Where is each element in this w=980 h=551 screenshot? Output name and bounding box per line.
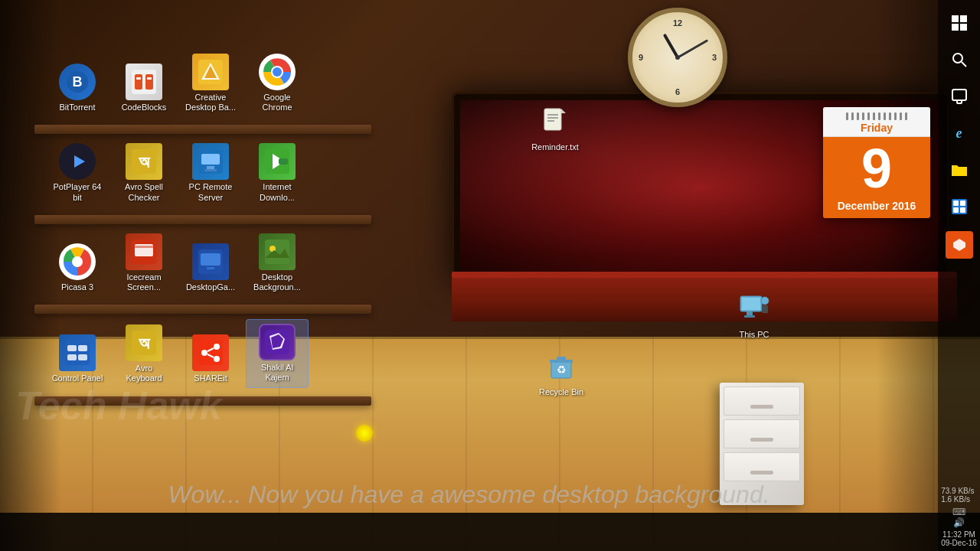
svg-rect-23 <box>279 158 288 165</box>
svg-rect-59 <box>744 315 755 318</box>
svg-rect-66 <box>952 15 959 22</box>
pcremote-label: PC Remote Server <box>183 182 238 202</box>
drawer-3 <box>724 452 800 481</box>
right-sidebar: e 73.9 KB/s 1.6 KB/s ⌨ 🔊 11:32 PM 09-Dec… <box>938 0 980 551</box>
drawer-handle-2 <box>750 438 773 442</box>
ie-button[interactable]: e <box>944 118 975 148</box>
calendar-day-number: 9 <box>823 137 930 200</box>
icon-avrokbd[interactable]: অ Avro Keyboard <box>113 321 175 387</box>
icon-picasa[interactable]: Picasa 3 <box>46 240 109 296</box>
svg-rect-78 <box>960 207 965 213</box>
cal-line <box>867 112 870 120</box>
shelf-row-0: B BitTorrent CodeBlocks Creative Desktop… <box>42 46 364 128</box>
potplayer-icon-img <box>59 143 96 180</box>
download-label: 73.9 KB/s <box>941 487 974 495</box>
upload-label: 1.6 KB/s <box>941 495 970 504</box>
avrokbd-label: Avro Keyboard <box>116 364 172 383</box>
drawer-handle-1 <box>750 405 773 409</box>
icon-bittorrent[interactable]: B BitTorrent <box>46 60 109 116</box>
icon-icecream[interactable]: Icecream Screen... <box>113 230 175 296</box>
calendar-top-lines <box>827 109 926 120</box>
svg-line-71 <box>962 62 966 67</box>
cal-line <box>862 112 864 120</box>
icon-internet[interactable]: Internet Downlo... <box>246 139 309 206</box>
icon-codeblocks[interactable]: CodeBlocks <box>113 60 175 116</box>
internet-icon-img <box>259 143 296 180</box>
svg-rect-4 <box>145 74 153 90</box>
taskbar <box>0 513 980 551</box>
icon-creative[interactable]: Creative Desktop Ba... <box>179 50 242 116</box>
icon-avrospell[interactable]: অ Avro Spell Checker <box>113 139 175 206</box>
recycle-desktop-icon[interactable]: ♻ Recycle Bin <box>531 348 592 397</box>
shelf-board-1 <box>34 215 371 224</box>
download-speed: 73.9 KB/s <box>941 487 977 495</box>
cal-line <box>873 112 875 120</box>
creative-icon-img <box>192 54 229 90</box>
keyboard-icon: ⌨ <box>941 507 977 517</box>
avrospell-icon-img: অ <box>126 143 162 180</box>
cal-line <box>884 112 886 120</box>
clock-6: 6 <box>675 87 680 96</box>
shakil-icon-img <box>259 324 296 360</box>
desktopga-icon-img <box>192 243 229 280</box>
cal-line <box>878 112 880 120</box>
store-button[interactable] <box>944 191 975 222</box>
svg-rect-63 <box>550 360 573 363</box>
desk <box>452 276 957 321</box>
icon-shakil[interactable]: Shakil Al Kajem <box>246 319 309 387</box>
creative-label: Creative Desktop Ba... <box>183 93 238 112</box>
svg-rect-39 <box>78 354 87 360</box>
drawer-1 <box>724 386 800 416</box>
icon-shareit[interactable]: SHAREit <box>179 331 242 387</box>
windows-button[interactable] <box>944 8 975 38</box>
shelves-container: B BitTorrent CodeBlocks Creative Desktop… <box>42 46 364 407</box>
codeblocks-icon-img <box>126 64 162 100</box>
svg-point-61 <box>761 297 769 305</box>
system-date: 09-Dec-16 <box>941 539 977 547</box>
icon-pcremote[interactable]: PC Remote Server <box>179 139 242 206</box>
speaker-icon: 🔊 <box>941 517 977 528</box>
thispc-icon-img <box>736 291 773 328</box>
desktopga-label: DesktopGa... <box>186 282 235 292</box>
upload-speed: 1.6 KB/s <box>941 495 977 504</box>
svg-point-70 <box>953 54 962 63</box>
svg-point-12 <box>273 67 282 77</box>
potplayer-label: PotPlayer 64 bit <box>50 182 105 202</box>
icon-cpanel[interactable]: Control Panel <box>46 331 109 387</box>
svg-rect-51 <box>544 109 561 130</box>
folder-button[interactable] <box>944 155 975 185</box>
icon-chrome[interactable]: Google Chrome <box>246 50 309 116</box>
thispc-desktop-icon[interactable]: This PC <box>724 291 785 340</box>
avrospell-label: Avro Spell Checker <box>116 182 172 202</box>
cursor-dot <box>356 425 373 442</box>
devices-button[interactable] <box>944 81 975 112</box>
icon-desktopbg[interactable]: Desktop Backgroun... <box>246 230 309 296</box>
svg-rect-30 <box>201 253 220 266</box>
icon-potplayer[interactable]: PotPlayer 64 bit <box>46 139 109 206</box>
icon-desktopga[interactable]: DesktopGa... <box>179 240 242 296</box>
svg-rect-35 <box>65 341 90 365</box>
internet-label: Internet Downlo... <box>250 182 305 202</box>
svg-rect-67 <box>960 15 967 22</box>
svg-point-43 <box>201 350 207 356</box>
calendar-header: Friday <box>823 107 930 137</box>
svg-rect-3 <box>135 74 142 90</box>
system-time: 11:32 PM <box>941 530 977 539</box>
svg-rect-57 <box>742 298 760 310</box>
svg-point-45 <box>214 356 220 362</box>
svg-point-25 <box>72 256 83 267</box>
svg-rect-36 <box>67 345 77 351</box>
chrome-icon-img <box>259 54 296 90</box>
svg-text:অ: অ <box>139 152 151 171</box>
reminder-desktop-icon[interactable]: Reminder.txt <box>524 103 586 152</box>
svg-rect-64 <box>557 357 566 360</box>
desktopbg-icon-img <box>259 233 296 270</box>
search-button[interactable] <box>944 44 975 75</box>
orange-button[interactable] <box>946 231 973 259</box>
svg-rect-76 <box>960 201 965 206</box>
svg-rect-5 <box>136 77 141 80</box>
picasa-label: Picasa 3 <box>61 282 93 292</box>
svg-rect-20 <box>204 169 217 171</box>
reminder-icon-img <box>537 103 573 140</box>
svg-rect-77 <box>953 207 959 213</box>
